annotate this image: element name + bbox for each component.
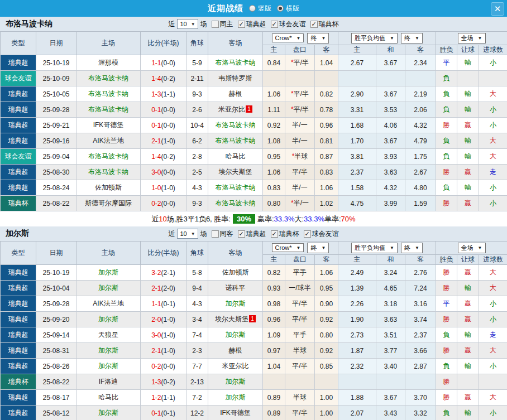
avg-home-odds: 2.32 — [338, 359, 376, 374]
score: 1-2(1-1) — [141, 390, 186, 405]
period-select[interactable]: 全场▼ — [458, 243, 486, 253]
result-goals: 大 — [479, 343, 507, 359]
handicap-line: 平/半 — [285, 296, 315, 312]
crown-away-odds: 0.90 — [315, 296, 338, 312]
odds-stage-select-value: 终 — [310, 244, 317, 252]
halftime-score: (1-1) — [161, 394, 175, 402]
filter-suffix-label: 场 — [200, 229, 207, 239]
avg-odds-select[interactable]: 胜平负均值▼ — [351, 33, 398, 44]
corner-count: 7-7 — [186, 359, 208, 374]
match-date: 25-10-09 — [36, 71, 76, 86]
result-outcome: 勝 — [436, 390, 457, 405]
match-date: 25-08-24 — [36, 180, 76, 196]
match-count-select[interactable]: 10▼ — [177, 19, 198, 29]
result-outcome: 平 — [436, 55, 457, 71]
horizontal-radio-icon[interactable] — [277, 5, 284, 12]
close-icon[interactable]: ✕ — [491, 2, 504, 16]
column-header-客场: 客场 — [208, 32, 263, 55]
result-goals: 走 — [479, 165, 507, 180]
period-select[interactable]: 全场▼ — [458, 33, 486, 44]
avg-away-odds: 4.32 — [405, 118, 436, 133]
result-outcome: 負 — [436, 86, 457, 102]
fulltime-score: 2-1 — [151, 284, 161, 292]
filter-checkbox-瑞典杯[interactable] — [310, 21, 318, 28]
vertical-radio-icon[interactable] — [249, 5, 256, 12]
league-badge: 瑞典超 — [1, 390, 36, 405]
fulltime-score: 2-1 — [151, 137, 161, 145]
filter-checkbox-同客[interactable] — [212, 230, 219, 238]
team-name: 加尔斯 — [6, 229, 29, 239]
league-badge: 瑞典超 — [1, 359, 36, 374]
chevron-down-icon: ▼ — [296, 36, 301, 41]
match-count-select[interactable]: 10▼ — [177, 229, 198, 239]
avg-stage-select[interactable]: 终▼ — [401, 243, 423, 253]
league-badge: 球会友谊 — [1, 71, 36, 86]
filter-checkbox-球会友谊[interactable] — [271, 21, 278, 28]
crown-home-odds: 1.06 — [263, 86, 285, 102]
filter-checkbox-球会友谊[interactable] — [304, 230, 311, 238]
bookmaker-select[interactable]: Crow*▼ — [272, 33, 304, 42]
odds-stage-select[interactable]: 终▼ — [307, 243, 329, 253]
avg-home-odds: 1.39 — [338, 281, 376, 296]
handicap-line: 平手 — [285, 265, 315, 281]
result-handicap: 輸 — [457, 180, 479, 196]
sub-header-主: 主 — [338, 45, 376, 55]
avg-draw-odds: 3.67 — [376, 133, 405, 149]
column-header-比分(半场): 比分(半场) — [141, 32, 186, 55]
chevron-down-icon: ▼ — [390, 36, 394, 41]
column-header-角球: 角球 — [186, 242, 208, 265]
crown-away-odds: 0.87 — [315, 149, 338, 165]
halftime-score: (0-2) — [161, 75, 175, 83]
avg-stage-select-value: 终 — [404, 34, 410, 42]
sub-header-主: 主 — [263, 45, 285, 55]
avg-home-odds: 2.49 — [338, 265, 376, 281]
away-team: 佐加顿斯 — [208, 265, 263, 281]
layout-option-vertical[interactable]: 竖版 — [249, 4, 271, 13]
halftime-score: (1-0) — [161, 331, 175, 339]
result-goals: 大 — [479, 390, 507, 405]
handicap-line — [285, 71, 315, 86]
avg-odds-select[interactable]: 胜平负均值▼ — [351, 243, 398, 253]
result-goals: 小 — [479, 102, 507, 118]
chevron-down-icon: ▼ — [415, 36, 419, 41]
result-handicap: 輸 — [457, 327, 479, 343]
avg-stage-select[interactable]: 终▼ — [401, 33, 423, 44]
crown-away-odds: 0.80 — [315, 327, 338, 343]
home-team: 佐加顿斯 — [76, 180, 141, 196]
score: 3-0(0-0) — [141, 165, 186, 180]
avg-draw-odds: 3.43 — [376, 405, 405, 420]
sub-header-进球数: 进球数 — [479, 255, 507, 265]
crown-home-odds — [263, 71, 285, 86]
away-team: 加尔斯 — [208, 374, 263, 390]
match-date: 25-08-26 — [36, 359, 76, 374]
avg-away-odds: 2.76 — [405, 265, 436, 281]
avg-draw-odds — [376, 71, 405, 86]
handicap-line: 一/球半 — [285, 281, 315, 296]
match-date: 25-09-28 — [36, 296, 76, 312]
result-goals: 走 — [479, 327, 507, 343]
result-outcome: 勝 — [436, 196, 457, 211]
column-header-主场: 主场 — [76, 32, 141, 55]
odds-stage-select[interactable]: 终▼ — [307, 33, 329, 44]
halftime-score: (0-0) — [161, 106, 175, 114]
filter-checkbox-瑞典超[interactable] — [238, 230, 245, 238]
halftime-score: (0-0) — [161, 168, 175, 176]
crown-away-odds: 0.83 — [315, 165, 338, 180]
result-handicap — [457, 71, 479, 86]
filter-checkbox-瑞典超[interactable] — [238, 21, 245, 28]
avg-away-odds: 3.70 — [405, 390, 436, 405]
result-outcome: 勝 — [436, 165, 457, 180]
filter-checkbox-瑞典杯[interactable] — [271, 230, 278, 238]
handicap-text: 一/球半 — [289, 284, 310, 292]
halftime-score: (1-0) — [161, 184, 175, 192]
result-outcome: 負 — [436, 180, 457, 196]
filter-checkbox-同主[interactable] — [212, 21, 219, 28]
layout-option-horizontal[interactable]: 横版 — [277, 4, 299, 13]
crown-home-odds: 0.95 — [263, 149, 285, 165]
handicap-line: *平/半 — [285, 86, 315, 102]
handicap-text: 平/半 — [294, 90, 309, 98]
score: 2-1(1-0) — [141, 133, 186, 149]
filter-checkbox-label: 球会友谊 — [312, 229, 339, 239]
bookmaker-select[interactable]: Crow*▼ — [272, 243, 304, 252]
sub-header-盘口: 盘口 — [285, 255, 315, 265]
